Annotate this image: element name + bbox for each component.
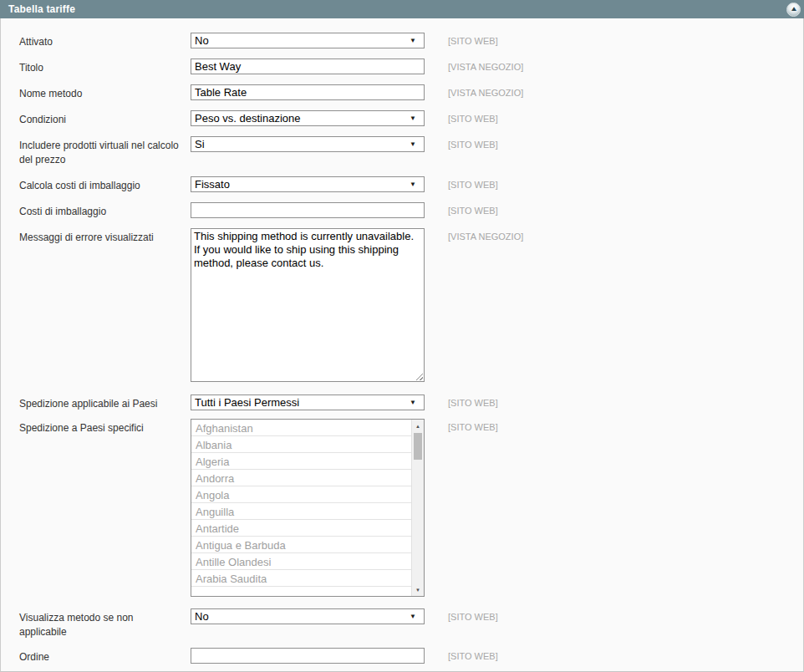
field-row-method-name: Nome metodo[VISTA NEGOZIO] — [19, 84, 803, 101]
dropdown-arrow-icon: ▼ — [410, 181, 416, 188]
collapse-arrow-icon: ▲ — [790, 6, 798, 13]
method-name-input[interactable] — [191, 84, 425, 100]
field-control-handling-fee — [191, 202, 425, 218]
option-afghanistan: Afghanistan — [191, 420, 411, 436]
field-control-ship-to-specific-countries: AfghanistanAlbaniaAlgeriaAndorraAngolaAn… — [191, 419, 425, 597]
field-row-displayed-error-message: Messaggi di errore visualizzati[VISTA NE… — [19, 228, 803, 382]
select-value: No — [195, 610, 406, 624]
field-row-handling-fee: Costi di imballaggio[SITO WEB] — [19, 202, 803, 219]
dropdown-arrow-icon: ▼ — [410, 38, 416, 44]
field-row-title: Titolo[VISTA NEGOZIO] — [19, 59, 803, 75]
handling-fee-input[interactable] — [191, 202, 425, 218]
scrollbar-down-icon[interactable]: ▼ — [412, 583, 424, 596]
field-label-include-virtual-products: Includere prodotti virtuali nel calcolo … — [19, 136, 191, 167]
textarea-wrapper — [191, 228, 425, 382]
multiselect-options: AfghanistanAlbaniaAlgeriaAndorraAngolaAn… — [191, 420, 411, 596]
field-control-title — [191, 59, 425, 74]
option-anguilla: Anguilla — [191, 503, 411, 520]
field-row-ship-to-specific-countries: Spedizione a Paesi specificiAfghanistanA… — [19, 419, 803, 597]
scope-label-calculate-handling-fee: [SITO WEB] — [448, 176, 498, 190]
section-header[interactable]: Tabella tariffe ▲ — [0, 0, 804, 18]
option-albania: Albania — [191, 436, 411, 453]
ship-to-specific-countries-multiselect: AfghanistanAlbaniaAlgeriaAndorraAngolaAn… — [191, 419, 425, 597]
show-method-if-not-applicable-select[interactable]: No▼ — [191, 608, 425, 624]
field-row-show-method-if-not-applicable: Visualizza metodo se non applicabileNo▼[… — [19, 608, 803, 639]
field-label-ship-to-applicable-countries: Spedizione applicabile ai Paesi — [19, 395, 191, 411]
field-row-enabled: AttivatoNo▼[SITO WEB] — [19, 33, 803, 49]
table-rates-config-panel: Tabella tariffe ▲ AttivatoNo▼[SITO WEB]T… — [0, 0, 804, 672]
select-value: Peso vs. destinazione — [195, 112, 406, 125]
dropdown-arrow-icon: ▼ — [410, 400, 416, 406]
field-control-method-name — [191, 84, 425, 100]
form-rows: AttivatoNo▼[SITO WEB]Titolo[VISTA NEGOZI… — [1, 18, 803, 664]
enabled-select[interactable]: No▼ — [191, 33, 425, 48]
field-label-calculate-handling-fee: Calcola costi di imballaggio — [19, 176, 191, 193]
field-control-displayed-error-message — [191, 228, 425, 382]
field-label-ship-to-specific-countries: Spedizione a Paesi specifici — [19, 419, 191, 435]
select-value: No — [195, 34, 406, 48]
scope-label-displayed-error-message: [VISTA NEGOZIO] — [448, 228, 523, 242]
field-label-show-method-if-not-applicable: Visualizza metodo se non applicabile — [19, 608, 191, 639]
include-virtual-products-select[interactable]: Si▼ — [191, 136, 425, 152]
section-title: Tabella tariffe — [8, 3, 75, 15]
title-input[interactable] — [191, 59, 425, 74]
scope-label-condition: [SITO WEB] — [448, 110, 498, 124]
field-label-enabled: Attivato — [19, 33, 191, 49]
scope-label-title: [VISTA NEGOZIO] — [448, 59, 523, 72]
field-control-show-method-if-not-applicable: No▼ — [191, 608, 425, 624]
ship-to-applicable-countries-select[interactable]: Tutti i Paesi Permessi▼ — [191, 395, 425, 410]
option-antigua-e-barbuda: Antigua e Barbuda — [191, 537, 411, 553]
multiselect-scrollbar: ▲▼ — [411, 420, 424, 596]
calculate-handling-fee-select[interactable]: Fissato▼ — [191, 176, 425, 192]
option-angola: Angola — [191, 486, 411, 503]
sort-order-input[interactable] — [191, 648, 425, 664]
field-control-ship-to-applicable-countries: Tutti i Paesi Permessi▼ — [191, 395, 425, 410]
option-andorra: Andorra — [191, 470, 411, 486]
scope-label-ship-to-applicable-countries: [SITO WEB] — [448, 395, 498, 408]
scrollbar-thumb[interactable] — [414, 433, 422, 460]
dropdown-arrow-icon: ▼ — [410, 141, 416, 148]
field-label-condition: Condizioni — [19, 110, 191, 127]
collapse-section-button[interactable]: ▲ — [786, 3, 801, 17]
field-label-title: Titolo — [19, 59, 191, 75]
select-value: Fissato — [195, 178, 406, 191]
scope-label-ship-to-specific-countries: [SITO WEB] — [448, 419, 498, 432]
scope-label-handling-fee: [SITO WEB] — [448, 202, 498, 216]
option-antartide: Antartide — [191, 520, 411, 537]
field-row-include-virtual-products: Includere prodotti virtuali nel calcolo … — [19, 136, 803, 167]
option-antille-olandesi: Antille Olandesi — [191, 553, 411, 570]
dropdown-arrow-icon: ▼ — [410, 115, 416, 122]
field-label-handling-fee: Costi di imballaggio — [19, 202, 191, 219]
field-row-condition: CondizioniPeso vs. destinazione▼[SITO WE… — [19, 110, 803, 127]
scope-label-include-virtual-products: [SITO WEB] — [448, 136, 498, 150]
select-value: Si — [195, 138, 406, 151]
condition-select[interactable]: Peso vs. destinazione▼ — [191, 110, 425, 126]
scope-label-method-name: [VISTA NEGOZIO] — [448, 84, 523, 98]
scrollbar-up-icon[interactable]: ▲ — [412, 420, 424, 432]
field-label-method-name: Nome metodo — [19, 84, 191, 101]
select-value: Tutti i Paesi Permessi — [195, 396, 406, 410]
field-control-include-virtual-products: Si▼ — [191, 136, 425, 152]
dropdown-arrow-icon: ▼ — [410, 613, 416, 620]
field-control-enabled: No▼ — [191, 33, 425, 48]
displayed-error-message-textarea[interactable] — [191, 228, 425, 382]
field-row-sort-order: Ordine[SITO WEB] — [19, 648, 803, 664]
option-arabia-saudita: Arabia Saudita — [191, 570, 411, 587]
field-control-calculate-handling-fee: Fissato▼ — [191, 176, 425, 192]
field-control-sort-order — [191, 648, 425, 664]
field-label-sort-order: Ordine — [19, 648, 191, 664]
option-algeria: Algeria — [191, 453, 411, 470]
scope-label-show-method-if-not-applicable: [SITO WEB] — [448, 608, 498, 622]
scope-label-enabled: [SITO WEB] — [448, 33, 498, 46]
field-label-displayed-error-message: Messaggi di errore visualizzati — [19, 228, 191, 245]
scope-label-sort-order: [SITO WEB] — [448, 648, 498, 661]
field-row-ship-to-applicable-countries: Spedizione applicabile ai PaesiTutti i P… — [19, 395, 803, 411]
field-control-condition: Peso vs. destinazione▼ — [191, 110, 425, 126]
field-row-calculate-handling-fee: Calcola costi di imballaggioFissato▼[SIT… — [19, 176, 803, 193]
